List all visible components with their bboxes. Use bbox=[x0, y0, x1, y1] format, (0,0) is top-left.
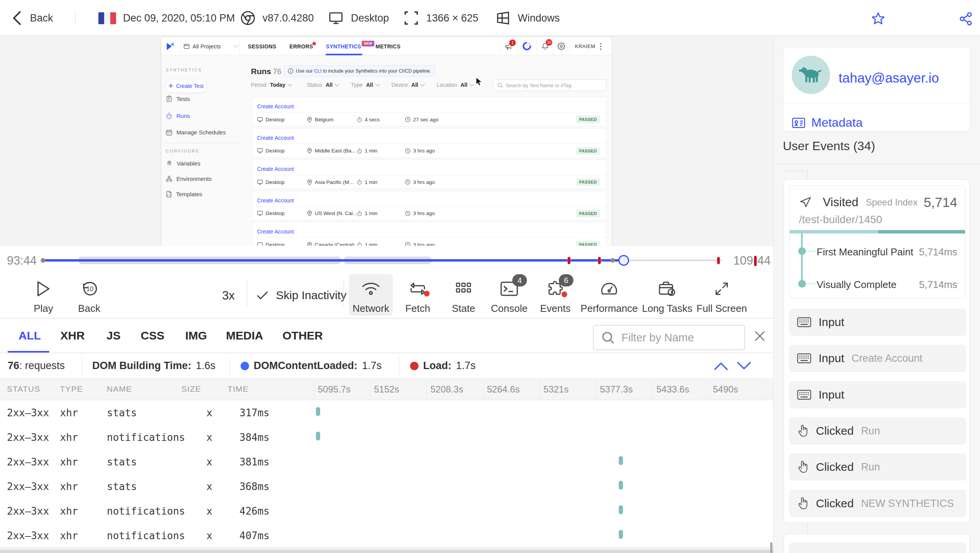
event-item-input[interactable]: Input bbox=[789, 309, 966, 336]
embed-user-menu[interactable]: KRAIEM bbox=[575, 37, 595, 55]
filter-by-name-input[interactable]: Filter by Name bbox=[593, 325, 745, 350]
vertical-scrollbar-thumb[interactable] bbox=[770, 542, 772, 553]
timeline-event-dot[interactable] bbox=[41, 258, 45, 263]
timeline-error-tick[interactable] bbox=[598, 257, 601, 264]
duration-icon bbox=[357, 148, 362, 154]
panel-button-fetch[interactable]: Fetch bbox=[395, 279, 441, 314]
search-icon bbox=[601, 331, 615, 344]
table-row[interactable]: 2xx–3xxxhrstatsx317ms bbox=[0, 400, 773, 425]
cell-time: 407ms bbox=[239, 530, 269, 541]
filter-period-value[interactable]: Today bbox=[270, 82, 285, 88]
console-badge: 4 bbox=[512, 274, 527, 286]
event-item-input[interactable]: Input Create Account bbox=[789, 345, 966, 372]
visited-event-card[interactable]: Visited Speed Index 5,714 /test-builder/… bbox=[789, 185, 965, 298]
events-divider bbox=[774, 164, 980, 164]
event-item-clicked[interactable]: Clicked Run bbox=[789, 417, 966, 444]
embed-side-item-schedules[interactable]: Manage Schedules bbox=[166, 129, 226, 136]
embed-tab-sessions[interactable]: SESSIONS bbox=[248, 37, 276, 55]
back-10-button[interactable]: 10 Back bbox=[66, 279, 112, 314]
panel-button-state[interactable]: State bbox=[440, 279, 487, 314]
filter-device-value[interactable]: All bbox=[411, 82, 418, 88]
panel-button-full-screen[interactable]: Full Screen bbox=[696, 279, 747, 314]
run-ago: 3 hrs ago bbox=[413, 148, 435, 154]
event-item-input[interactable]: Input bbox=[789, 381, 966, 408]
panel-button-network[interactable]: Network bbox=[348, 279, 394, 314]
run-name-link[interactable]: Create Account bbox=[257, 197, 294, 204]
tab-xhr[interactable]: XHR bbox=[60, 319, 85, 353]
kebab-menu-icon[interactable] bbox=[599, 43, 602, 50]
embed-project-selector[interactable]: All Projects bbox=[184, 37, 221, 55]
embed-tab-synthetics[interactable]: SYNTHETICS bbox=[326, 37, 361, 55]
run-name-link[interactable]: Create Account bbox=[257, 166, 294, 172]
location-pin-icon bbox=[307, 148, 312, 154]
user-email[interactable]: tahay@asayer.io bbox=[839, 70, 939, 86]
table-row[interactable]: 2xx–3xxxhrnotificationsx426ms bbox=[0, 498, 773, 523]
table-row[interactable]: 2xx–3xxxhrstatsx381ms bbox=[0, 449, 773, 474]
embed-create-test-button[interactable]: Create Test bbox=[165, 79, 207, 93]
timeline-error-tick bbox=[754, 256, 757, 266]
embed-side-item-templates[interactable]: Templates bbox=[166, 191, 202, 197]
table-row[interactable]: 2xx–3xxxhrnotificationsx384ms bbox=[0, 425, 773, 449]
filter-type-value[interactable]: All bbox=[366, 82, 373, 88]
filter-location-value[interactable]: All bbox=[460, 82, 467, 88]
cli-link[interactable]: CLI bbox=[314, 68, 321, 74]
event-item-clicked[interactable]: Clicked NEW SYNTHETICS bbox=[789, 490, 966, 517]
embed-side-item-environments[interactable]: Environments bbox=[166, 176, 212, 182]
panel-button-console[interactable]: 4 Console bbox=[486, 279, 532, 314]
panel-button-events[interactable]: 6 Events bbox=[532, 279, 578, 314]
timeline-error-tick[interactable] bbox=[568, 257, 570, 264]
run-card[interactable]: Create Account Desktop Asia Pacific (M..… bbox=[252, 159, 606, 189]
embed-side-item-tests[interactable]: Tests bbox=[166, 96, 190, 102]
share-icon[interactable] bbox=[958, 12, 973, 26]
run-card[interactable]: Create Account Desktop US West (N. Cal..… bbox=[252, 191, 606, 220]
run-details-row: Desktop US West (N. Cal... 1 min 3 hrs a… bbox=[252, 207, 606, 220]
timeline-knob[interactable] bbox=[618, 255, 629, 266]
waterfall-bar bbox=[619, 456, 623, 465]
event-item-clicked[interactable]: Clicked Run bbox=[789, 454, 966, 480]
table-row[interactable]: 2xx–3xxxhrnotificationsx407ms bbox=[0, 523, 773, 548]
run-card[interactable]: Create Account Desktop Belgium 4 secs 27… bbox=[252, 97, 606, 126]
embed-tab-errors[interactable]: ERRORS bbox=[289, 37, 313, 55]
embed-search-input[interactable]: Search by Test Name or #Tag bbox=[493, 79, 606, 91]
horizontal-scrollbar[interactable] bbox=[0, 550, 773, 553]
settings-gear-icon[interactable] bbox=[557, 42, 565, 50]
play-button[interactable]: Play bbox=[20, 279, 66, 314]
embed-side-item-variables[interactable]: Variables bbox=[166, 160, 200, 167]
speed-button[interactable]: 3x bbox=[222, 289, 235, 303]
embed-side-item-runs[interactable]: Runs bbox=[166, 113, 190, 119]
run-card[interactable]: Create Account Desktop Canada (Central) … bbox=[252, 222, 606, 246]
tab-css[interactable]: CSS bbox=[141, 319, 164, 353]
run-card[interactable]: Create Account Desktop Middle East (Ba..… bbox=[252, 128, 606, 158]
panel-button-long-tasks[interactable]: Long Tasks bbox=[640, 279, 694, 314]
tab-js[interactable]: JS bbox=[106, 319, 121, 353]
run-name-link[interactable]: Create Account bbox=[257, 228, 294, 235]
back-button[interactable]: Back bbox=[12, 0, 53, 36]
panel-label: State bbox=[452, 303, 475, 314]
skip-inactivity-toggle[interactable]: Skip Inactivity bbox=[257, 289, 346, 302]
speed-index-value: 5,714 bbox=[924, 195, 957, 210]
chevron-up-icon[interactable] bbox=[713, 360, 729, 372]
run-name-link[interactable]: Create Account bbox=[257, 135, 294, 141]
table-row[interactable]: 2xx–3xxxhrstatsx368ms bbox=[0, 474, 773, 498]
summary-divider bbox=[399, 356, 399, 376]
tab-other[interactable]: OTHER bbox=[282, 319, 323, 353]
chevron-down-icon[interactable] bbox=[736, 360, 752, 372]
panel-button-performance[interactable]: Performance bbox=[583, 279, 635, 314]
asayer-logo[interactable] bbox=[165, 41, 176, 51]
timeline-error-tick[interactable] bbox=[717, 257, 720, 264]
event-item[interactable] bbox=[789, 543, 966, 553]
tab-media[interactable]: MEDIA bbox=[226, 319, 263, 353]
tab-all[interactable]: ALL bbox=[18, 319, 41, 353]
embed-tab-metrics[interactable]: METRICS bbox=[375, 37, 400, 55]
run-name-link[interactable]: Create Account bbox=[257, 103, 294, 109]
tab-img[interactable]: IMG bbox=[185, 319, 207, 353]
timeline-event-dot[interactable] bbox=[610, 258, 615, 263]
location-pin-icon bbox=[307, 210, 312, 216]
filter-status-value[interactable]: All bbox=[326, 82, 332, 88]
metadata-button[interactable]: Metadata bbox=[792, 116, 862, 130]
status-badge: PASSED bbox=[576, 241, 600, 246]
close-icon[interactable] bbox=[752, 329, 767, 343]
end-time-minutes: 109 bbox=[733, 254, 753, 268]
run-duration: 4 secs bbox=[365, 117, 380, 123]
favorite-star-icon[interactable] bbox=[871, 12, 885, 25]
